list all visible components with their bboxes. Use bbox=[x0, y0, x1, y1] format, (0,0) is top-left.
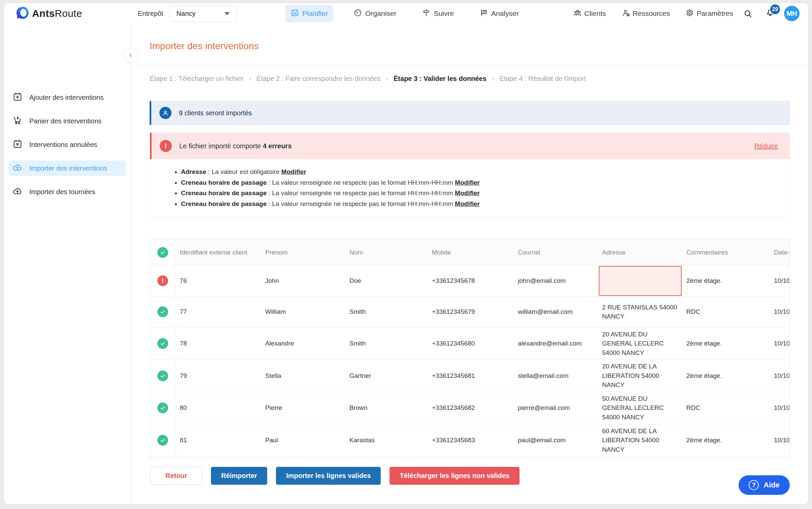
cell-comment: 2ème étage. bbox=[682, 424, 770, 456]
sidebar-item[interactable]: Interventions annulées bbox=[8, 137, 126, 152]
cell-id: 76 bbox=[176, 265, 261, 296]
warehouse-label: Entrepôt bbox=[138, 10, 163, 18]
importer-les-lignes-valides-button[interactable]: Importer les lignes valides bbox=[276, 467, 381, 485]
gauge-icon bbox=[353, 8, 362, 19]
sidebar-item[interactable]: Importer des interventions bbox=[8, 160, 126, 176]
brand-logo[interactable]: AntsRoute bbox=[17, 7, 101, 20]
cell-firstname: Paul bbox=[261, 424, 345, 456]
column-header: Date- bbox=[770, 240, 790, 265]
cell-date bbox=[770, 456, 790, 459]
breadcrumb-step: Étape 3 : Valider les données bbox=[394, 75, 487, 83]
cell-lastname: Doe bbox=[345, 265, 428, 296]
column-header: Commentaires bbox=[682, 240, 770, 265]
main-menu: Planifier Organiser Suivre Analyser bbox=[285, 5, 524, 22]
column-header: Adresse bbox=[598, 240, 682, 265]
page-title: Importer des interventions bbox=[131, 24, 808, 52]
cell-comment: RDC bbox=[682, 392, 770, 424]
user-avatar[interactable]: MH bbox=[784, 6, 800, 21]
nav-item-clients[interactable]: Clients bbox=[572, 6, 606, 21]
cell-mobile: +33612345681 bbox=[428, 360, 514, 392]
column-header: Nom bbox=[345, 240, 428, 265]
column-header: Mobile bbox=[428, 240, 514, 265]
row-valid-icon bbox=[157, 306, 168, 317]
cell-mobile: +33612345680 bbox=[428, 327, 514, 360]
table-header-row: Identifiant externe clientPrenomNomMobil… bbox=[150, 240, 790, 265]
cell-email: stella@email.com bbox=[514, 360, 598, 392]
warehouse-select[interactable]: Nancy bbox=[169, 5, 237, 22]
help-button[interactable]: ? Aide bbox=[739, 475, 790, 495]
cell-date: 10/10/ bbox=[770, 360, 790, 392]
table-row: 77 William Smith +33612345679 william@em… bbox=[150, 296, 790, 327]
sidebar-item[interactable]: Panier des interventions bbox=[8, 113, 126, 129]
gear-icon bbox=[685, 8, 694, 19]
cell-comment: RDC bbox=[682, 296, 770, 327]
cell-date: 10/10/ bbox=[770, 327, 790, 360]
cell-mobile: +33612345678 bbox=[428, 265, 514, 296]
breadcrumb-step[interactable]: Étape 4 : Résultat de l'import bbox=[499, 75, 586, 83]
notifications-bell-icon[interactable]: 29 bbox=[765, 8, 775, 19]
t-l-charger-les-lignes-non-valides-button[interactable]: Télécharger les lignes non valides bbox=[389, 467, 520, 485]
cell-id: 79 bbox=[176, 360, 261, 392]
cloud-upload-icon bbox=[12, 186, 23, 198]
modify-link[interactable]: Modifier bbox=[455, 179, 480, 186]
cell-comment: 2ème étage. bbox=[682, 265, 770, 296]
cell-lastname: Brown bbox=[345, 392, 428, 424]
chevron-right-icon: › bbox=[492, 75, 494, 83]
cell-firstname: Alexandre bbox=[261, 327, 345, 360]
cell-address bbox=[598, 265, 682, 296]
sidebar-item[interactable]: Importer des tournées bbox=[8, 184, 126, 200]
nav-item-planifier[interactable]: Planifier bbox=[285, 5, 333, 22]
info-banner-text: 9 clients seront importés bbox=[179, 109, 252, 117]
address-error-cell[interactable] bbox=[599, 266, 682, 296]
column-header: Identifiant externe client bbox=[176, 240, 261, 265]
sidebar-item[interactable]: Ajouter des interventions bbox=[8, 90, 126, 105]
modify-link[interactable]: Modifier bbox=[455, 200, 480, 207]
r-importer-button[interactable]: Réimporter bbox=[211, 467, 267, 485]
breadcrumb-step[interactable]: Étape 1 : Télécharger un fichier bbox=[150, 75, 244, 83]
table-row: 79 Stella Gartner +33612345681 stella@em… bbox=[150, 360, 790, 392]
calendar-cancel-icon bbox=[12, 139, 23, 151]
main-content: Importer des interventions Étape 1 : Tél… bbox=[131, 24, 808, 505]
cell-id: 81 bbox=[176, 424, 261, 456]
table-row: 92 IMPASSE DU bbox=[150, 456, 790, 459]
help-button-label: Aide bbox=[763, 481, 780, 489]
cell-firstname bbox=[261, 456, 345, 459]
retour-button[interactable]: Retour bbox=[150, 467, 202, 485]
chevron-down-icon bbox=[224, 12, 230, 15]
cell-comment: 2ème étage. bbox=[682, 327, 770, 360]
check-circle-icon bbox=[157, 247, 168, 258]
calendar-icon bbox=[290, 8, 299, 19]
nav-item-parametres[interactable]: Paramètres bbox=[685, 6, 734, 21]
cell-firstname: William bbox=[261, 296, 345, 327]
collapse-errors-link[interactable]: Réduire bbox=[754, 142, 778, 150]
cell-address: 2 RUE STANISLAS 54000 NANCY bbox=[598, 296, 682, 327]
cell-id: 77 bbox=[176, 296, 261, 327]
nav-item-organiser[interactable]: Organiser bbox=[348, 5, 402, 22]
notification-count-badge: 29 bbox=[770, 4, 781, 15]
status-column-header bbox=[150, 240, 176, 265]
cell-date: 10/10/ bbox=[770, 296, 790, 327]
search-icon[interactable] bbox=[743, 9, 752, 18]
cell-mobile: +33612345679 bbox=[428, 296, 514, 327]
nav-item-ressources[interactable]: Ressources bbox=[621, 6, 671, 21]
breadcrumb-step[interactable]: Étape 2 : Faire correspondre les données bbox=[256, 75, 380, 83]
row-valid-icon bbox=[157, 402, 168, 413]
antsroute-logo-icon bbox=[17, 7, 29, 20]
cell-lastname: Smith bbox=[345, 296, 428, 327]
nav-item-suivre[interactable]: Suivre bbox=[416, 5, 459, 22]
column-header: Courriel bbox=[514, 240, 598, 265]
clients-icon bbox=[573, 8, 582, 19]
nav-item-analyser[interactable]: Analyser bbox=[474, 5, 524, 22]
cell-mobile bbox=[428, 456, 514, 459]
modify-link[interactable]: Modifier bbox=[455, 189, 480, 197]
cloud-upload-icon bbox=[12, 162, 23, 174]
cell-comment bbox=[682, 456, 770, 459]
cell-address: 60 AVENUE DE LA LIBERATION 54000 NANCY bbox=[598, 424, 682, 456]
app-window: AntsRoute Entrepôt Nancy Planifier Organ… bbox=[3, 3, 809, 505]
row-valid-icon bbox=[157, 370, 168, 381]
cell-mobile: +33612345682 bbox=[428, 392, 514, 424]
modify-link[interactable]: Modifier bbox=[281, 168, 306, 175]
question-mark-icon: ? bbox=[749, 480, 759, 490]
sidebar-collapse-button[interactable]: ‹ bbox=[123, 48, 138, 62]
cell-firstname: Pierre bbox=[261, 392, 345, 424]
